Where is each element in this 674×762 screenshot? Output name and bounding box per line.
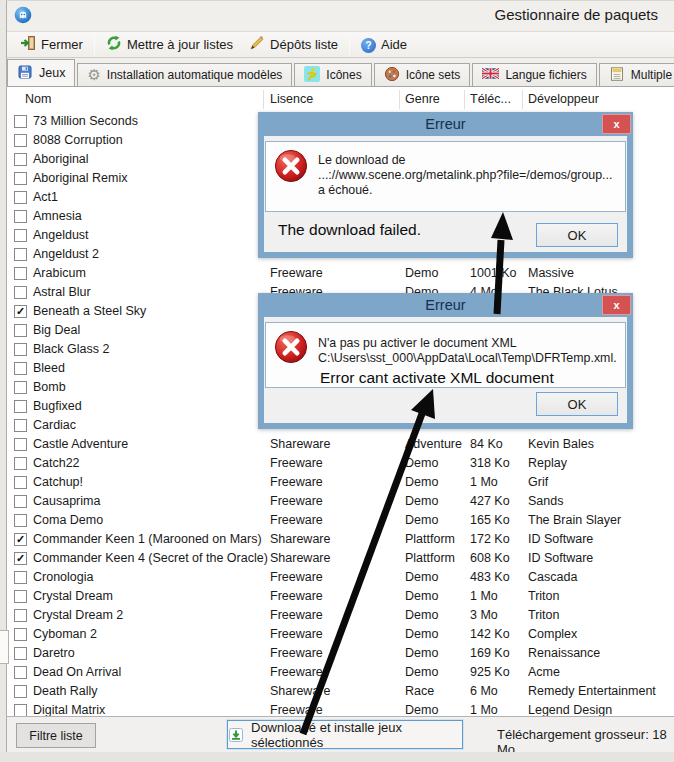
dialog-titlebar[interactable]: Erreur (264, 112, 627, 136)
game-license: Freeware (270, 494, 323, 508)
table-row[interactable]: CronologiaFreewareDemo483 KoCascada (7, 568, 674, 587)
table-row[interactable]: Cyboman 2FreewareDemo142 KoComplex (7, 625, 674, 644)
game-license: Freeware (270, 703, 323, 716)
row-checkbox[interactable] (14, 400, 27, 413)
row-checkbox[interactable] (14, 590, 27, 603)
table-row[interactable]: Dead On ArrivalFreewareDemo925 KoAcme (7, 663, 674, 682)
row-checkbox[interactable] (14, 609, 27, 622)
column-header-lisence[interactable]: Lisence (270, 92, 313, 106)
download-install-button[interactable]: Downloadé et installe jeux sélectionnés (227, 720, 463, 749)
close-icon[interactable]: x (602, 114, 631, 134)
row-checkbox[interactable] (14, 248, 27, 261)
table-row[interactable]: Crystal Dream 2FreewareDemo3 MoTriton (7, 606, 674, 625)
header-separator (263, 90, 264, 109)
toolbar-button-aide[interactable]: ?Aide (353, 35, 415, 55)
row-checkbox[interactable] (14, 153, 27, 166)
table-row[interactable]: Coma DemoFreewareDemo165 KoThe Brain Sla… (7, 511, 674, 530)
ok-button[interactable]: OK (536, 392, 618, 416)
game-license: Freeware (270, 513, 323, 527)
tab-ic-ne-sets[interactable]: Icône sets (374, 63, 471, 86)
game-license: Freeware (270, 608, 323, 622)
row-checkbox[interactable]: ✓ (14, 552, 27, 565)
row-checkbox[interactable] (14, 704, 27, 717)
row-checkbox[interactable] (14, 115, 27, 128)
row-checkbox[interactable] (14, 514, 27, 527)
game-genre: Demo (405, 570, 438, 584)
game-size: 925 Ko (470, 665, 510, 679)
column-header-genre[interactable]: Genre (405, 92, 440, 106)
table-row[interactable]: Digital MatrixFreewareDemo1 MoLegend Des… (7, 701, 674, 716)
table-row[interactable]: CausaprimaFreewareDemo427 KoSands (7, 492, 674, 511)
row-checkbox[interactable] (14, 495, 27, 508)
row-checkbox[interactable] (14, 666, 27, 679)
row-checkbox[interactable]: ✓ (14, 533, 27, 546)
palette-icon (384, 66, 400, 85)
row-checkbox[interactable] (14, 134, 27, 147)
row-checkbox[interactable] (14, 267, 27, 280)
table-row[interactable]: Catch22FreewareDemo318 KoReplay (7, 454, 674, 473)
game-license: Freeware (270, 627, 323, 641)
window-title: Gestionnaire de paquets (495, 6, 658, 23)
table-row[interactable]: ArabicumFreewareDemo1001 KoMassive (7, 264, 674, 283)
game-license: Shareware (270, 684, 330, 698)
ok-button[interactable]: OK (536, 223, 618, 247)
tab-jeux[interactable]: Jeux (7, 59, 75, 87)
row-checkbox[interactable] (14, 381, 27, 394)
game-genre: Race (405, 684, 434, 698)
game-name: Black Glass 2 (33, 342, 109, 356)
row-checkbox[interactable] (14, 571, 27, 584)
table-row[interactable]: DaretroFreewareDemo169 KoRenaissance (7, 644, 674, 663)
row-checkbox[interactable] (14, 628, 27, 641)
dialog-titlebar[interactable]: Erreur (264, 293, 627, 317)
toolbar-separator (94, 35, 95, 55)
row-checkbox[interactable] (14, 362, 27, 375)
toolbar-button-d-p-ts-liste[interactable]: Dépôts liste (241, 33, 346, 56)
tab-langue-fichiers[interactable]: Langue fichiers (472, 63, 596, 86)
table-row[interactable]: ✓Commander Keen 4 (Secret of the Oracle)… (7, 549, 674, 568)
table-row[interactable]: Catchup!FreewareDemo1 MoGrif (7, 473, 674, 492)
row-checkbox[interactable] (14, 191, 27, 204)
row-checkbox[interactable] (14, 324, 27, 337)
table-row[interactable]: Death RallySharewareRace6 MoRemedy Enter… (7, 682, 674, 701)
tab-ic-nes[interactable]: Icônes (294, 63, 371, 86)
row-checkbox[interactable] (14, 647, 27, 660)
game-license: Freeware (270, 570, 323, 584)
row-checkbox[interactable] (14, 457, 27, 470)
table-row[interactable]: Crystal DreamFreewareDemo1 MoTriton (7, 587, 674, 606)
toolbar-button-fermer[interactable]: Fermer (12, 33, 91, 56)
row-checkbox[interactable] (14, 438, 27, 451)
game-genre: Demo (405, 703, 438, 716)
row-checkbox[interactable] (14, 685, 27, 698)
game-name: Act1 (33, 190, 58, 204)
row-checkbox[interactable] (14, 229, 27, 242)
table-header: NomLisenceGenreTéléc...Développeur (7, 87, 674, 112)
game-size: 1 Mo (470, 589, 498, 603)
toolbar-button-mettre-jour-listes[interactable]: Mettre à jour listes (98, 33, 241, 56)
game-genre: Demo (405, 513, 438, 527)
game-size: 142 Ko (470, 627, 510, 641)
row-checkbox[interactable] (14, 419, 27, 432)
column-header-developpeur[interactable]: Développeur (528, 92, 599, 106)
column-header-telechargement[interactable]: Téléc... (470, 92, 511, 106)
tab-multiple-jeux-paqu[interactable]: Multiple jeux paqu (599, 63, 674, 86)
game-name: Cyboman 2 (33, 627, 97, 641)
game-developer: Replay (528, 456, 567, 470)
tab-installation-automatique-mod-les[interactable]: ⚙Installation automatique modèles (77, 63, 292, 86)
row-checkbox[interactable]: ✓ (14, 305, 27, 318)
error-icon (274, 330, 308, 364)
table-row[interactable]: Castle AdventureSharewareAdventure84 KoK… (7, 435, 674, 454)
error-dialog-download: Erreur x Le download de ...://www.scene.… (258, 112, 633, 258)
column-header-nom[interactable]: Nom (25, 92, 51, 106)
game-name: Cardiac (33, 418, 76, 432)
row-checkbox[interactable] (14, 172, 27, 185)
row-checkbox[interactable] (14, 286, 27, 299)
game-developer: ID Software (528, 532, 593, 546)
close-icon[interactable]: x (602, 295, 631, 315)
row-checkbox[interactable] (14, 210, 27, 223)
filter-list-button[interactable]: Filtre liste (16, 723, 96, 748)
row-checkbox[interactable] (14, 343, 27, 356)
row-checkbox[interactable] (14, 476, 27, 489)
table-row[interactable]: ✓Commander Keen 1 (Marooned on Mars)Shar… (7, 530, 674, 549)
help-icon: ? (361, 37, 376, 53)
window-titlebar[interactable]: Gestionnaire de paquets (6, 0, 674, 30)
